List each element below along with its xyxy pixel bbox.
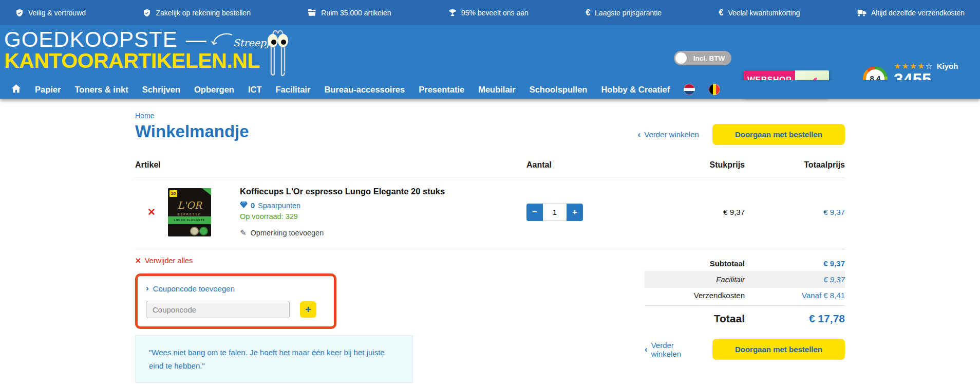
product-image[interactable]: 20 L'OR ESPRESSO LUNGO ELEGANTE [168, 188, 211, 236]
cart-item-row: ✕ 20 L'OR ESPRESSO LUNGO ELEGANTE Koffie… [135, 177, 845, 249]
trust-item-label: Veelal kwantumkorting [728, 9, 800, 17]
chevron-right-icon: › [146, 283, 149, 294]
site-header: GOEDKOOPSTE — Streepje KANTOORARTIKELEN.… [0, 25, 980, 80]
remove-icon: ✕ [135, 257, 141, 265]
coupon-highlight-box: › Couponcode toevoegen + [135, 273, 336, 329]
trust-item: Zakelijk op rekening bestellen [143, 9, 250, 17]
continue-shopping-link[interactable]: ‹ Verder winkelen [645, 341, 699, 358]
logo-line2: KANTOORARTIKELEN.NL [4, 49, 275, 73]
trust-item-label: Veilig & vertrouwd [28, 9, 86, 17]
chevron-left-icon: ‹ [638, 130, 641, 140]
trust-item-label: Ruim 35.000 artikelen [321, 9, 391, 17]
trust-item: € Veelal kwantumkorting [719, 8, 800, 17]
euro-icon: € [586, 8, 590, 17]
site-logo[interactable]: GOEDKOOPSTE — Streepje KANTOORARTIKELEN.… [4, 27, 275, 73]
nav-item-schoolspullen[interactable]: Schoolspullen [530, 85, 588, 95]
nav-item-schrijven[interactable]: Schrijven [142, 85, 180, 95]
star-filled-icon: ★★★★ [894, 62, 925, 70]
quantity-increase-button[interactable]: + [567, 204, 583, 221]
shield-check-icon [143, 9, 151, 17]
quantity-stepper: − + [526, 204, 629, 221]
pack-size-badge: 20 [169, 190, 177, 197]
unit-price: € 9,37 [629, 208, 745, 216]
coupon-toggle-link[interactable]: › Couponcode toevoegen [146, 283, 326, 294]
shipping-row: Verzendkosten Vanaf € 8,41 [645, 288, 845, 303]
star-empty-icon: ☆ [925, 62, 932, 70]
checkout-button[interactable]: Doorgaan met bestellen [712, 339, 845, 360]
nav-item-facilitair[interactable]: Facilitair [276, 85, 311, 95]
loyalty-points: 0 Spaarpunten [240, 201, 526, 210]
shield-check-icon [15, 9, 24, 17]
trust-item: Veilig & vertrouwd [15, 9, 86, 17]
home-icon[interactable] [11, 84, 21, 95]
remove-item-button[interactable]: ✕ [135, 206, 168, 218]
cart-table-header: Artikel Aantal Stukprijs Totaalprijs [135, 160, 845, 177]
nav-item-ict[interactable]: ICT [248, 85, 262, 95]
motivational-quote: "Wees niet bang om te falen. Je hoeft he… [135, 335, 413, 383]
toggle-knob [675, 52, 687, 64]
logo-annotation: Streepje [210, 30, 275, 49]
subtotal-row: Subtotaal € 9,37 [645, 256, 845, 271]
corner-ribbon [202, 188, 211, 195]
paperclip-mascot-icon [267, 27, 289, 79]
quantity-input[interactable] [543, 204, 567, 221]
trophy-icon [448, 9, 457, 17]
trust-bar: Veilig & vertrouwd Zakelijk op rekening … [0, 0, 980, 25]
column-header-article: Artikel [135, 160, 526, 170]
stock-status: Op voorraad: 329 [240, 212, 526, 221]
nav-item-meubilair[interactable]: Meubilair [478, 85, 515, 95]
nav-item-papier[interactable]: Papier [35, 85, 61, 95]
column-header-unit-price: Stukprijs [629, 160, 745, 170]
logo-dash: — [186, 28, 206, 51]
edit-icon: ✎ [240, 228, 247, 237]
netherlands-flag-icon[interactable] [684, 84, 695, 95]
folder-icon [308, 9, 316, 16]
nav-item-bureau-accessoires[interactable]: Bureau-accessoires [324, 85, 405, 95]
variant-band: LUNGO ELEGANTE [168, 216, 211, 224]
nav-item-toners-inkt[interactable]: Toners & inkt [74, 85, 128, 95]
capsule-icon [190, 227, 199, 235]
nav-item-hobby-creatief[interactable]: Hobby & Creatief [601, 85, 670, 95]
coupon-code-input[interactable] [146, 301, 290, 318]
truck-icon [857, 9, 866, 16]
capsule-icon [199, 227, 208, 235]
order-summary: Subtotaal € 9,37 Facilitair € 9,37 Verze… [645, 256, 845, 384]
trust-item-label: Laagste prijsgarantie [595, 9, 662, 17]
btw-toggle[interactable]: Incl. BTW [674, 51, 731, 65]
trust-item-label: Altijd dezelfde verzendkosten [871, 9, 965, 17]
btw-toggle-label: Incl. BTW [687, 54, 731, 62]
euro-icon: € [719, 8, 723, 17]
coupon-add-button[interactable]: + [300, 301, 316, 318]
trust-item-label: Zakelijk op rekening bestellen [156, 9, 250, 17]
add-note-link[interactable]: ✎ Opmerking toevoegen [240, 228, 526, 237]
brand-logo: L'OR [168, 199, 211, 211]
curved-arrow-icon [210, 30, 233, 49]
checkout-button[interactable]: Doorgaan met bestellen [712, 124, 845, 145]
product-name-link[interactable]: Koffiecups L'Or espresso Lungo Elegante … [240, 187, 526, 196]
trust-item: Ruim 35.000 artikelen [308, 9, 391, 17]
breadcrumb-home[interactable]: Home [135, 112, 154, 120]
diamond-icon [240, 201, 248, 210]
belgium-flag-icon[interactable] [709, 84, 720, 95]
facilitair-row: Facilitair € 9,37 [645, 271, 845, 288]
kiyoh-brand: Kiyoh [937, 62, 958, 70]
continue-shopping-link[interactable]: ‹ Verder winkelen [638, 130, 699, 140]
total-row: Totaal € 17,78 [645, 306, 845, 332]
remove-all-link[interactable]: ✕ Verwijder alles [135, 257, 193, 265]
logo-line1: GOEDKOOPSTE [4, 27, 178, 52]
item-total-price: € 9,37 [745, 208, 845, 216]
brand-sub: ESPRESSO [168, 213, 211, 216]
column-header-quantity: Aantal [526, 160, 629, 170]
cart-page: Home Winkelmandje ‹ Verder winkelen Door… [135, 111, 845, 384]
nav-item-opbergen[interactable]: Opbergen [194, 85, 234, 95]
trust-item: 95% beveelt ons aan [448, 9, 529, 17]
column-header-total-price: Totaalprijs [745, 160, 845, 170]
trust-item: Altijd dezelfde verzendkosten [857, 9, 965, 17]
quantity-decrease-button[interactable]: − [526, 204, 543, 221]
main-nav: Papier Toners & inkt Schrijven Opbergen … [0, 80, 980, 99]
nav-item-presentatie[interactable]: Presentatie [419, 85, 464, 95]
trust-item-label: 95% beveelt ons aan [461, 9, 529, 17]
trust-item: € Laagste prijsgarantie [586, 8, 662, 17]
page-title: Winkelmandje [135, 122, 249, 141]
chevron-left-icon: ‹ [645, 344, 648, 355]
